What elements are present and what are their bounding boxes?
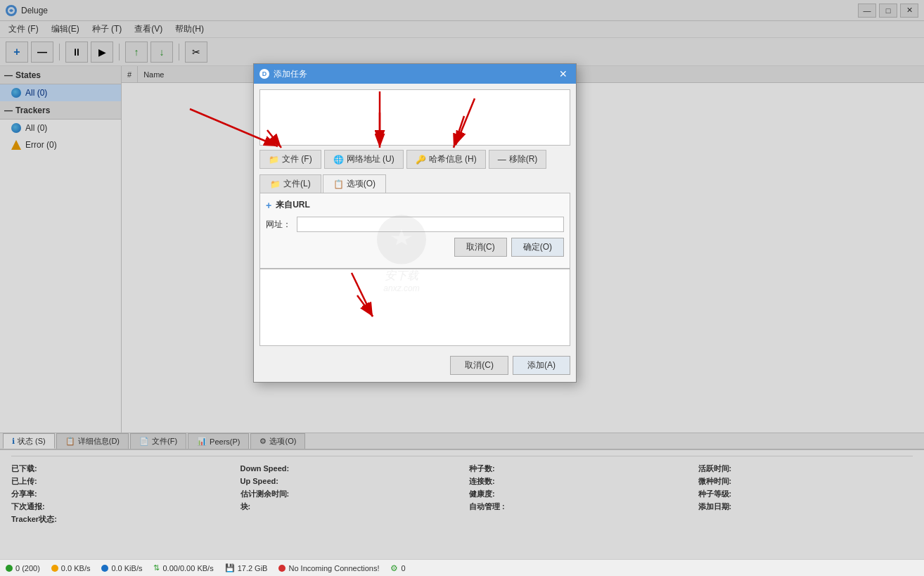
source-tab-remove[interactable]: — 移除(R) bbox=[489, 150, 547, 169]
file-tab-icon: 📁 bbox=[269, 155, 279, 165]
url-cancel-button[interactable]: 取消(C) bbox=[454, 238, 507, 257]
hash-tab-label: 哈希信息 (H) bbox=[429, 153, 477, 165]
content-tab-options[interactable]: 📋 选项(O) bbox=[323, 174, 386, 193]
hash-tab-icon: 🔑 bbox=[416, 155, 426, 165]
dialog-cancel-button[interactable]: 取消(C) bbox=[450, 356, 508, 375]
source-tab-file[interactable]: 📁 文件 (F) bbox=[259, 150, 321, 169]
file-tab-label: 文件 (F) bbox=[282, 153, 312, 165]
content-files-label: 文件(L) bbox=[283, 178, 311, 190]
dialog-source-tabs: 📁 文件 (F) 🌐 网络地址 (U) 🔑 哈希信息 (H) — 移除(R) bbox=[259, 150, 570, 169]
no-incoming-icon bbox=[278, 565, 285, 572]
content-options-label: 选项(O) bbox=[347, 178, 376, 190]
url-section-title: 来自URL bbox=[276, 199, 310, 211]
modal-overlay: D 添加任务 ✕ 📁 文件 (F) 🌐 网络地址 (U) � bbox=[0, 0, 924, 559]
status-disk-text: 17.2 GiB bbox=[238, 564, 268, 572]
torrent-drop-zone[interactable] bbox=[259, 89, 570, 146]
status-connections: 0 (200) bbox=[6, 564, 40, 572]
status-down-text: 0.0 KB/s bbox=[61, 564, 91, 572]
url-tab-icon: 🌐 bbox=[333, 155, 344, 165]
dialog-bottom-buttons: 取消(C) 添加(A) bbox=[259, 352, 570, 376]
content-files-icon: 📁 bbox=[270, 179, 281, 189]
status-no-incoming-text: No Incoming Connections! bbox=[288, 564, 379, 572]
dialog-title: 添加任务 bbox=[274, 68, 307, 80]
dialog-content-tabs: 📁 文件(L) 📋 选项(O) bbox=[259, 174, 570, 193]
add-torrent-dialog: D 添加任务 ✕ 📁 文件 (F) 🌐 网络地址 (U) � bbox=[253, 63, 577, 383]
url-confirm-button[interactable]: 确定(O) bbox=[511, 238, 564, 257]
dialog-body: 📁 文件 (F) 🌐 网络地址 (U) 🔑 哈希信息 (H) — 移除(R) bbox=[254, 84, 576, 382]
dialog-close-button[interactable]: ✕ bbox=[556, 67, 570, 81]
url-plus-icon: + bbox=[266, 200, 271, 211]
url-tab-label: 网络地址 (U) bbox=[347, 153, 394, 165]
status-down-speed: 0.0 KB/s bbox=[51, 564, 91, 572]
url-section-header: + 来自URL bbox=[266, 199, 564, 211]
status-no-incoming: No Incoming Connections! bbox=[278, 564, 379, 572]
url-form-row: 网址： bbox=[266, 217, 564, 232]
status-transfer-text: 0.00/0.00 KB/s bbox=[162, 564, 213, 572]
peers-icon: ⚙ bbox=[390, 563, 398, 573]
url-input[interactable] bbox=[297, 217, 564, 232]
remove-tab-label: 移除(R) bbox=[509, 153, 538, 165]
status-connections-text: 0 (200) bbox=[15, 564, 40, 572]
dialog-title-bar: D 添加任务 ✕ bbox=[254, 64, 576, 84]
down-speed-icon bbox=[51, 565, 58, 572]
dialog-add-button[interactable]: 添加(A) bbox=[513, 356, 570, 375]
url-input-label: 网址： bbox=[266, 219, 291, 231]
disk-icon: 💾 bbox=[225, 563, 235, 572]
status-disk: 💾 17.2 GiB bbox=[225, 563, 268, 572]
status-transfer: ⇅ 0.00/0.00 KB/s bbox=[153, 563, 213, 572]
status-peers-text: 0 bbox=[401, 564, 405, 572]
url-section: + 来自URL 网址： 取消(C) 确定(O) bbox=[259, 193, 570, 269]
content-options-icon: 📋 bbox=[333, 179, 344, 189]
dialog-app-icon: D bbox=[259, 69, 269, 79]
status-up-speed: 0.0 KiB/s bbox=[101, 564, 142, 572]
source-tab-hash[interactable]: 🔑 哈希信息 (H) bbox=[406, 150, 486, 169]
status-up-text: 0.0 KiB/s bbox=[111, 564, 142, 572]
status-bar: 0 (200) 0.0 KB/s 0.0 KiB/s ⇅ 0.00/0.00 K… bbox=[0, 559, 924, 576]
status-peers: ⚙ 0 bbox=[390, 563, 405, 573]
file-list-area bbox=[259, 269, 570, 346]
remove-tab-icon: — bbox=[498, 155, 506, 165]
content-tab-files[interactable]: 📁 文件(L) bbox=[259, 174, 321, 193]
url-buttons: 取消(C) 确定(O) bbox=[266, 238, 564, 257]
connection-status-icon bbox=[6, 565, 13, 572]
source-tab-url[interactable]: 🌐 网络地址 (U) bbox=[324, 150, 404, 169]
transfer-icon: ⇅ bbox=[153, 563, 160, 572]
up-speed-icon bbox=[101, 565, 108, 572]
